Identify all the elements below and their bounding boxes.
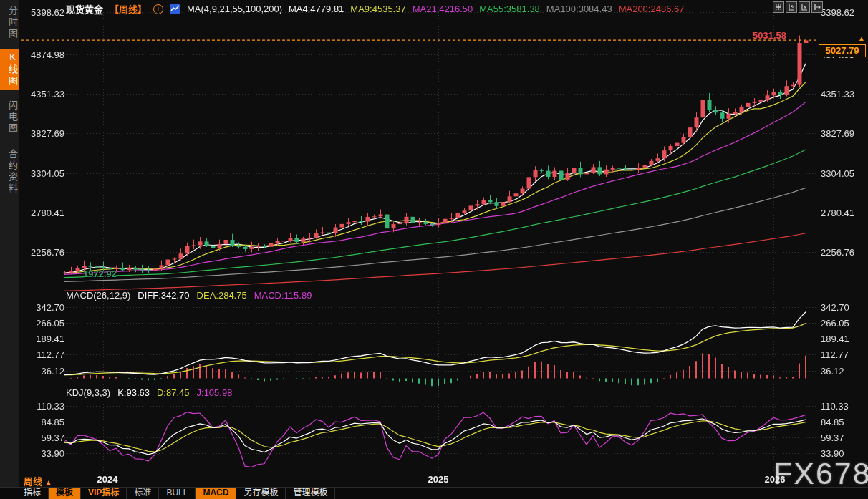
kdj-title: KDJ(9,3,3) [66,387,110,398]
macd-tick-right: 266.05 [821,318,867,329]
ma100-value: MA100:3084.43 [546,4,612,14]
price-tick-right: 5398.62 [821,7,867,18]
sidebar-tab-lightning[interactable]: 闪电图 [0,97,19,137]
price-tick-left: 4351.33 [20,89,64,100]
chart-tools [773,1,823,13]
expand-right-icon[interactable] [811,1,823,13]
price-tick-left: 4874.98 [20,49,64,60]
bottom-toolbar: 指标 模板 VIP指标 标准 BULL MACD 另存模板 管理模板 [0,487,868,499]
price-tick-left: 3827.69 [20,128,64,139]
symbol-name: 现货黄金 [66,2,103,16]
price-tick-left: 5398.62 [20,7,64,18]
macd-bar-value: MACD:115.89 [254,290,312,301]
price-up-arrow-icon: ▲ [858,34,865,42]
pan-tool-icon[interactable] [773,1,784,13]
macd-tick-right: 112.77 [821,349,867,360]
price-tick-left: 2256.76 [20,247,64,258]
add-icon[interactable]: + [153,4,163,14]
year-label-2025: 2025 [424,474,453,485]
macd-tick-left: 36.12 [20,366,64,377]
kdj-tick-left: 84.85 [20,417,64,427]
y-axis-zoom-icon[interactable] [786,1,797,13]
macd-tick-left: 266.05 [20,318,64,329]
toolbar-vip-indicators-button[interactable]: VIP指标 [81,488,127,499]
kdj-d-value: D:87.45 [157,387,190,398]
ma200-value: MA200:2486.67 [619,4,685,14]
kdj-tick-right: 84.85 [821,417,867,427]
macd-dea-value: DEA:284.75 [197,290,247,301]
sidebar-tab-timeshare[interactable]: 分时图 [0,3,19,43]
toolbar-manage-template-button[interactable]: 管理模板 [286,488,335,499]
kdj-k-value: K:93.63 [117,387,150,398]
ma55-value: MA55:3581.38 [479,4,540,14]
macd-tick-left: 342.70 [20,302,64,313]
year-label-2026: 2026 [761,474,789,485]
chart-header: 现货黄金 【周线】 + MA(4,9,21,55,100,200) MA4:47… [66,2,684,16]
kdj-j-value: J:105.98 [197,387,233,398]
toolbar-bull-button[interactable]: BULL [159,488,196,499]
macd-tick-left: 112.77 [20,349,64,360]
sidebar-tab-kline[interactable]: K线图 [0,49,19,90]
timeframe-switcher[interactable]: 周线 ▲ [24,474,52,488]
macd-tick-left: 189.41 [20,334,64,344]
ma-group-label: MA(4,9,21,55,100,200) [187,4,282,14]
toolbar-macd-button[interactable]: MACD [196,488,236,499]
triangle-up-icon: ▲ [45,478,52,486]
macd-tick-right: 189.41 [821,334,867,344]
kdj-tick-right: 110.33 [821,401,867,412]
high-price-label: 5031.58 [753,30,786,41]
macd-diff-value: DIFF:342.70 [138,290,189,301]
left-sidebar: 分时图 K线图 闪电图 合约资料 [0,0,19,499]
low-price-label: 1972.92 [83,268,117,279]
macd-tick-right: 342.70 [821,302,867,313]
price-tick-right: 3827.69 [821,128,867,139]
price-tick-left: 3304.05 [20,168,64,179]
macd-tick-right: 36.12 [821,366,867,377]
ma9-value: MA9:4535.37 [350,4,405,14]
year-label-2024: 2024 [93,474,122,485]
kdj-tick-left: 110.33 [20,401,64,412]
kdj-tick-right: 59.37 [821,432,867,443]
price-tick-left: 2780.41 [20,208,64,218]
chart-style-icon[interactable] [170,4,180,14]
chart-canvas[interactable] [0,0,868,499]
trading-app: 分时图 K线图 闪电图 合约资料 现货黄金 【周线】 + MA(4,9,21,5… [0,0,868,499]
price-tick-right: 2780.41 [821,208,867,218]
ma4-value: MA4:4779.81 [289,4,344,14]
current-price-badge: 5027.79 [819,44,866,57]
timeframe-tag[interactable]: 【周线】 [110,2,147,16]
toolbar-standard-button[interactable]: 标准 [127,488,159,499]
toolbar-save-template-button[interactable]: 另存模板 [236,488,286,499]
toolbar-template-button[interactable]: 模板 [49,488,81,499]
macd-title: MACD(26,12,9) [66,290,130,301]
price-tick-right: 3304.05 [821,168,867,179]
sidebar-tab-contract-info[interactable]: 合约资料 [0,146,19,198]
kdj-tick-left: 33.90 [20,448,64,459]
price-tick-right: 4351.33 [821,89,867,100]
kdj-tick-left: 59.37 [20,432,64,443]
kdj-label-row: KDJ(9,3,3) K:93.63 D:87.45 J:105.98 [66,387,232,398]
price-tick-right: 2256.76 [821,247,867,258]
ma21-value: MA21:4216.50 [413,4,473,14]
x-axis-zoom-icon[interactable] [799,1,810,13]
toolbar-indicators-button[interactable]: 指标 [16,488,49,499]
macd-label-row: MACD(26,12,9) DIFF:342.70 DEA:284.75 MAC… [66,290,312,301]
